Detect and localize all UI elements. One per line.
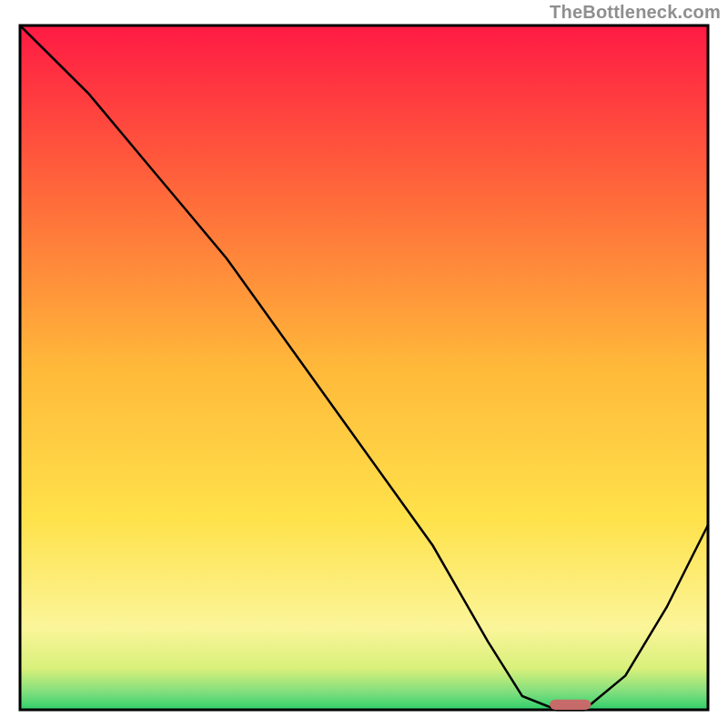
watermark-text: TheBottleneck.com [550,2,721,23]
optimum-marker [550,700,591,710]
bottleneck-chart: TheBottleneck.com [0,0,728,728]
chart-svg [0,0,728,728]
plot-background [20,25,708,710]
